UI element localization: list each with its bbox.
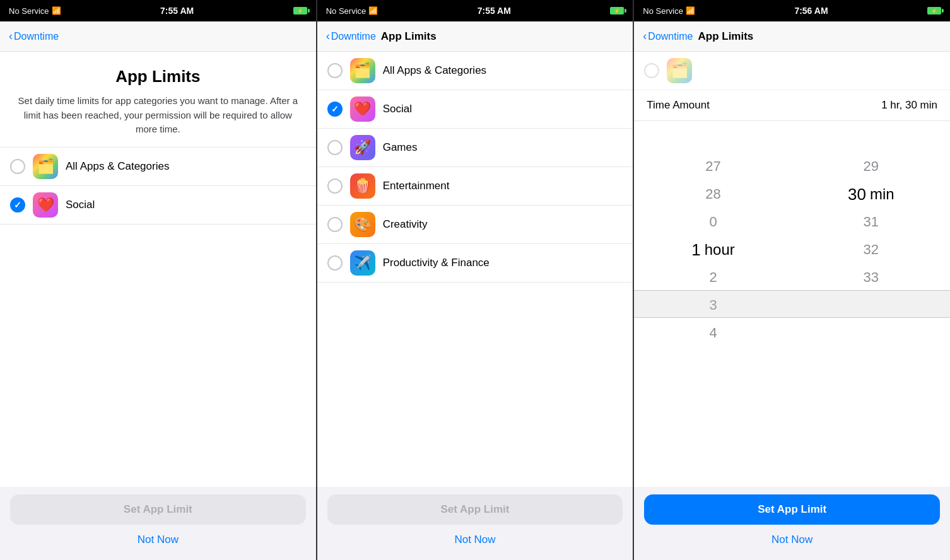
category-icon-games: 🚀 bbox=[350, 135, 375, 160]
not-now-button[interactable]: Not Now bbox=[131, 527, 185, 552]
radio-button[interactable] bbox=[327, 217, 343, 232]
battery-icon: ⚡ bbox=[610, 7, 624, 15]
status-right: ⚡ bbox=[293, 7, 307, 15]
radio-button[interactable] bbox=[327, 178, 343, 194]
nav-back-button[interactable]: ‹ Downtime bbox=[9, 30, 59, 43]
back-arrow-icon: ‹ bbox=[326, 30, 330, 43]
nav-back-label[interactable]: Downtime bbox=[331, 31, 376, 42]
wifi-icon: 📶 bbox=[686, 6, 695, 15]
status-bar: No Service 📶 7:56 AM ⚡ bbox=[634, 0, 950, 21]
picker-hour-item[interactable]: 0 bbox=[691, 208, 735, 236]
minutes-picker-col[interactable]: 2930min313233 bbox=[792, 121, 950, 487]
bottom-area: Set App LimitNot Now bbox=[0, 487, 316, 560]
set-app-limit-button[interactable]: Set App Limit bbox=[10, 494, 306, 525]
picker-minute-item[interactable]: 32 bbox=[848, 236, 894, 264]
picker-value: 33 bbox=[864, 269, 879, 286]
back-arrow-icon: ‹ bbox=[643, 30, 647, 43]
category-icon-all-apps: 🗂️ bbox=[33, 154, 58, 179]
phone-panel-3: No Service 📶 7:56 AM ⚡ ‹ Downtime App Li… bbox=[634, 0, 950, 560]
radio-button[interactable] bbox=[327, 63, 343, 78]
nav-bar: ‹ Downtime App Limits bbox=[634, 21, 950, 52]
category-item[interactable]: 🚀 Games bbox=[317, 129, 633, 167]
category-name: Social bbox=[383, 103, 623, 115]
radio-button[interactable] bbox=[327, 255, 343, 271]
wifi-icon: 📶 bbox=[52, 6, 61, 15]
category-item[interactable]: 🗂️ All Apps & Categories bbox=[0, 148, 316, 186]
picker-hour-item[interactable]: 4 bbox=[691, 319, 735, 347]
category-icon-social: ❤️ bbox=[33, 192, 58, 218]
status-right: ⚡ bbox=[927, 7, 941, 15]
time-picker[interactable]: 272801hour2342930min313233 bbox=[634, 121, 950, 487]
category-icon-all-apps: 🗂️ bbox=[667, 58, 692, 83]
nav-back-label[interactable]: Downtime bbox=[648, 31, 693, 42]
phone-panel-1: No Service 📶 7:55 AM ⚡ ‹ Downtime App Li… bbox=[0, 0, 317, 560]
nav-back-button[interactable]: ‹ Downtime bbox=[326, 30, 376, 43]
intro-title: App Limits bbox=[13, 67, 303, 86]
status-right: ⚡ bbox=[610, 7, 624, 15]
category-name: Social bbox=[66, 199, 306, 211]
category-name: Productivity & Finance bbox=[383, 257, 623, 269]
wifi-icon: 📶 bbox=[368, 6, 378, 15]
radio-button[interactable] bbox=[10, 159, 25, 174]
category-icon-creativity: 🎨 bbox=[350, 212, 375, 237]
bottom-area: Set App LimitNot Now bbox=[317, 487, 633, 560]
category-list: 🗂️ All Apps & Categories ❤️ Social bbox=[0, 148, 316, 487]
set-app-limit-button[interactable]: Set App Limit bbox=[327, 494, 623, 525]
battery-icon: ⚡ bbox=[927, 7, 941, 15]
category-item[interactable]: 🍿 Entertainment bbox=[317, 167, 633, 206]
not-now-button[interactable]: Not Now bbox=[448, 527, 501, 552]
nav-bar: ‹ Downtime App Limits bbox=[317, 21, 633, 52]
picker-value: 2 bbox=[709, 269, 717, 286]
category-item[interactable]: ❤️ Social bbox=[0, 186, 316, 225]
time-amount-row[interactable]: Time Amount 1 hr, 30 min bbox=[634, 90, 950, 121]
set-app-limit-button[interactable]: Set App Limit bbox=[644, 494, 940, 525]
category-name: Creativity bbox=[383, 218, 623, 231]
picker-value: 29 bbox=[864, 158, 879, 175]
category-item[interactable]: 🎨 Creativity bbox=[317, 206, 633, 244]
picker-hour-item[interactable]: 27 bbox=[691, 153, 735, 180]
intro-section: App Limits Set daily time limits for app… bbox=[0, 52, 316, 148]
category-icon-all-apps: 🗂️ bbox=[350, 58, 375, 83]
time-amount-label: Time Amount bbox=[647, 99, 710, 112]
nav-back-button[interactable]: ‹ Downtime bbox=[643, 30, 693, 43]
radio-button[interactable] bbox=[327, 140, 343, 155]
hour-unit-label: hour bbox=[705, 241, 735, 259]
screen-content: 🗂️ All Apps & Categories ❤️ Social 🚀 Gam… bbox=[317, 52, 633, 487]
picker-minute-item[interactable]: 29 bbox=[848, 153, 894, 180]
radio-button[interactable] bbox=[327, 102, 343, 117]
category-list: 🗂️ All Apps & Categories ❤️ Social 🚀 Gam… bbox=[317, 52, 633, 487]
time-amount-value: 1 hr, 30 min bbox=[881, 99, 937, 112]
picker-value: 28 bbox=[705, 186, 720, 202]
minutes-picker-items: 2930min313233 bbox=[848, 121, 894, 291]
picker-hour-item[interactable]: 1hour bbox=[691, 236, 735, 264]
status-time: 7:55 AM bbox=[478, 6, 511, 16]
picker-minute-item[interactable]: 33 bbox=[848, 264, 894, 291]
picker-minute-item[interactable]: 31 bbox=[848, 208, 894, 236]
partial-category-item: 🗂️ bbox=[634, 52, 950, 90]
status-bar: No Service 📶 7:55 AM ⚡ bbox=[317, 0, 633, 21]
radio-button[interactable] bbox=[10, 197, 25, 213]
picker-value: 0 bbox=[709, 214, 717, 230]
picker-hour-item[interactable]: 2 bbox=[691, 264, 735, 291]
nav-back-label[interactable]: Downtime bbox=[14, 31, 59, 42]
no-service-label: No Service bbox=[643, 6, 683, 16]
category-name: Games bbox=[383, 141, 623, 154]
category-item[interactable]: 🗂️ All Apps & Categories bbox=[317, 52, 633, 90]
not-now-button[interactable]: Not Now bbox=[765, 527, 819, 552]
picker-hour-item[interactable]: 28 bbox=[691, 180, 735, 208]
category-item[interactable]: ❤️ Social bbox=[317, 90, 633, 129]
screen-content: App Limits Set daily time limits for app… bbox=[0, 52, 316, 487]
status-left: No Service 📶 bbox=[326, 6, 378, 16]
back-arrow-icon: ‹ bbox=[9, 30, 13, 43]
hours-picker-col[interactable]: 272801hour234 bbox=[634, 121, 792, 487]
category-item[interactable]: ✈️ Productivity & Finance bbox=[317, 244, 633, 283]
category-icon-productivity: ✈️ bbox=[350, 250, 375, 276]
phone-panel-2: No Service 📶 7:55 AM ⚡ ‹ Downtime App Li… bbox=[317, 0, 634, 560]
nav-bar: ‹ Downtime bbox=[0, 21, 316, 52]
battery-icon: ⚡ bbox=[293, 7, 307, 15]
bottom-area: Set App LimitNot Now bbox=[634, 487, 950, 560]
picker-value: 27 bbox=[705, 158, 720, 175]
picker-hour-item[interactable]: 3 bbox=[691, 291, 735, 319]
picker-minute-item[interactable]: 30min bbox=[848, 180, 894, 208]
picker-selection-overlay bbox=[792, 290, 950, 318]
